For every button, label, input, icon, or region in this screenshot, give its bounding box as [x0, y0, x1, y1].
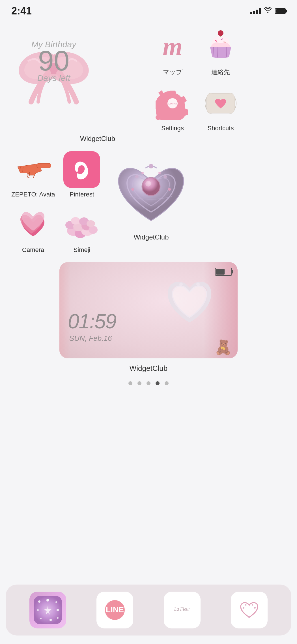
zepeto-icon[interactable] [15, 151, 51, 188]
svg-point-44 [55, 601, 57, 603]
maps-letter: m [163, 34, 182, 59]
signal-icon [250, 8, 261, 14]
cupcake-svg [205, 30, 236, 64]
page-dot-2[interactable] [137, 381, 141, 385]
line-svg: LINE [101, 596, 129, 624]
camera-app[interactable]: Camera [11, 207, 55, 254]
svg-point-43 [46, 599, 49, 602]
svg-point-33 [163, 175, 167, 178]
big-widget-label: WidgetClub [8, 364, 289, 373]
row3: ZEPETO: Avata Camera [8, 151, 289, 254]
shortcuts-icon[interactable] [202, 85, 239, 122]
svg-point-32 [135, 175, 139, 178]
heart-outline-svg [235, 596, 263, 624]
camera-icon[interactable] [15, 207, 51, 243]
svg-point-49 [57, 617, 59, 619]
svg-point-35 [168, 188, 171, 191]
settings-app[interactable]: LovePic Settings [154, 85, 191, 132]
heart-compact-icon[interactable] [109, 151, 193, 233]
widget-inner: 🧸 01:59 SUN, Feb.16 [59, 262, 238, 358]
dock-lafleur-app[interactable]: La Fleur [164, 592, 201, 628]
svg-point-34 [131, 188, 134, 191]
birthday-text: My Birthday 90 Days left [8, 40, 99, 83]
widget-date: SUN, Feb.16 [69, 334, 112, 343]
settings-label: Settings [161, 125, 184, 132]
svg-line-10 [218, 47, 218, 57]
svg-rect-55 [235, 596, 263, 624]
mid-col-row3: Pinterest [63, 151, 100, 254]
zepeto-label: ZEPETO: Avata [11, 191, 55, 198]
settings-shortcuts-row: LovePic Settings [105, 85, 289, 132]
settings-icon[interactable]: LovePic [154, 85, 191, 122]
svg-point-5 [218, 30, 223, 36]
svg-text:LINE: LINE [106, 605, 124, 614]
svg-point-31 [145, 181, 151, 187]
svg-point-45 [37, 609, 39, 611]
row1: My Birthday 90 Days left m マップ [8, 23, 289, 132]
page-dot-5[interactable] [165, 381, 169, 385]
svg-point-60 [254, 607, 256, 609]
svg-point-59 [252, 604, 253, 606]
contacts-icon[interactable] [202, 28, 239, 65]
candy-svg [204, 89, 238, 117]
maps-app[interactable]: m マップ [154, 28, 191, 76]
page-dot-1[interactable] [128, 381, 132, 385]
widget-time: 01:59 [68, 310, 116, 333]
svg-point-56 [243, 607, 244, 609]
page-dot-3[interactable] [147, 381, 150, 385]
svg-point-36 [141, 172, 144, 174]
svg-point-58 [248, 616, 250, 618]
svg-point-48 [50, 619, 52, 621]
svg-text:LovePic: LovePic [168, 102, 177, 105]
gun-svg [15, 155, 51, 184]
right-col-row3: WidgetClub [109, 151, 193, 241]
svg-point-57 [245, 604, 247, 606]
dock-line-app[interactable]: LINE [96, 592, 133, 628]
birthday-widget: My Birthday 90 Days left [8, 23, 99, 119]
svg-rect-16 [37, 163, 51, 168]
heart-mirror-svg [164, 271, 215, 327]
widgetclub2-label: WidgetClub [134, 233, 169, 241]
page-dot-4[interactable] [156, 381, 160, 385]
pinterest-app[interactable]: Pinterest [63, 151, 100, 198]
simeji-icon[interactable] [63, 207, 100, 243]
top-right-icons: m マップ [105, 28, 289, 132]
big-widget[interactable]: 🧸 01:59 SUN, Feb.16 [59, 262, 238, 358]
pinterest-p-svg [70, 158, 93, 181]
svg-point-46 [57, 609, 59, 611]
birthday-number: 90 [8, 46, 99, 75]
pinterest-icon[interactable] [63, 151, 100, 188]
page-dots [8, 381, 289, 385]
gear-svg: LovePic [156, 86, 190, 120]
status-bar: 2:41 [0, 0, 297, 20]
left-col-row3: ZEPETO: Avata Camera [11, 151, 55, 254]
svg-point-47 [40, 618, 42, 619]
widgetclub1-label-container: WidgetClub [0, 135, 289, 143]
svg-point-42 [38, 600, 40, 603]
status-icons [250, 7, 286, 15]
svg-point-29 [87, 220, 95, 227]
maps-icon[interactable]: m [154, 28, 191, 65]
svg-line-12 [226, 47, 227, 57]
contacts-app[interactable]: 連絡先 [202, 28, 239, 76]
lafleur-svg: La Fleur [168, 596, 196, 624]
simeji-app[interactable]: Simeji [63, 207, 100, 254]
dock-heart-app[interactable] [231, 592, 268, 628]
camera-label: Camera [22, 246, 44, 254]
dock: LINE La Fleur [6, 585, 291, 636]
svg-point-30 [142, 177, 160, 196]
svg-point-38 [149, 164, 153, 168]
zepeto-app[interactable]: ZEPETO: Avata [11, 151, 55, 198]
maps-contacts-row: m マップ [105, 28, 289, 76]
svg-text:La Fleur: La Fleur [174, 607, 190, 611]
svg-point-27 [71, 217, 80, 224]
dock-sparkle-app[interactable] [29, 592, 66, 628]
svg-point-26 [89, 226, 98, 234]
maps-label: マップ [163, 68, 182, 76]
simeji-label: Simeji [74, 246, 91, 254]
svg-point-40 [196, 283, 200, 286]
svg-point-39 [179, 283, 183, 286]
days-left: Days left [8, 73, 99, 83]
shortcuts-app[interactable]: Shortcuts [202, 85, 239, 132]
wifi-icon [264, 7, 272, 15]
